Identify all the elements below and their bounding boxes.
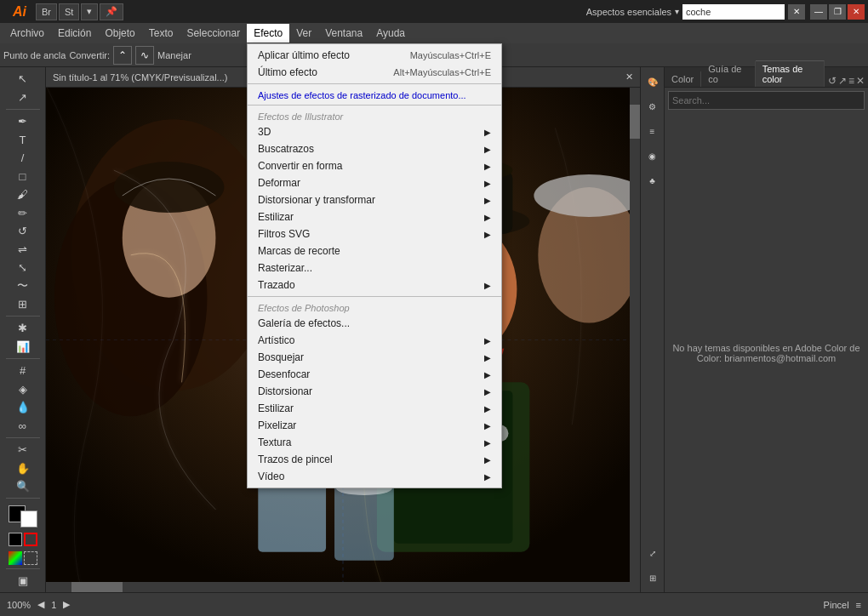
pencil-tool[interactable]: ✏ <box>12 204 34 221</box>
direct-selection-tool[interactable]: ↗ <box>12 89 34 106</box>
gradient-color-button[interactable] <box>9 551 22 565</box>
shape-tool[interactable]: □ <box>12 168 34 185</box>
scissors-tool[interactable]: ✂ <box>12 442 34 459</box>
menu-objeto[interactable]: Objeto <box>98 24 141 43</box>
menu-item-textura[interactable]: Textura ▶ <box>248 434 501 451</box>
anchor-tool-1[interactable]: ⌃ <box>113 46 132 65</box>
menu-item-distorsionar[interactable]: Distorsionar ▶ <box>248 383 501 400</box>
menu-item-convertir-forma[interactable]: Convertir en forma ▶ <box>248 157 501 174</box>
menu-item-deformar[interactable]: Deformar ▶ <box>248 174 501 191</box>
item-pixelizar-label: Pixelizar <box>258 419 296 431</box>
minimize-button[interactable]: — <box>810 4 827 20</box>
background-color[interactable] <box>20 510 37 528</box>
dropdown-tab[interactable]: ▾ <box>81 3 98 20</box>
menu-item-trazos-pincel[interactable]: Trazos de pincel ▶ <box>248 451 501 468</box>
menu-item-raster-settings[interactable]: Ajustes de efectos de rasterizado de doc… <box>248 87 501 102</box>
v-scrollbar-thumb[interactable] <box>630 105 640 139</box>
panel-share-icon[interactable]: ↗ <box>838 75 847 87</box>
change-screen-mode[interactable]: ▣ <box>12 572 34 589</box>
pin-tab[interactable]: 📌 <box>100 3 123 20</box>
svg-point-4 <box>114 162 225 213</box>
menu-item-desenfocar[interactable]: Desenfocar ▶ <box>248 366 501 383</box>
menu-item-apply-last[interactable]: Aplicar último efecto Mayúsculas+Ctrl+E <box>248 47 501 64</box>
gradient-tool[interactable]: ◈ <box>12 381 34 398</box>
mesh-tool[interactable]: # <box>12 362 34 379</box>
warp-tool[interactable]: 〜 <box>12 277 34 294</box>
line-tool[interactable]: / <box>12 150 34 167</box>
menu-ver[interactable]: Ver <box>289 24 318 43</box>
menu-item-estilizar2[interactable]: Estilizar ▶ <box>248 400 501 417</box>
panel-close-icon[interactable]: ✕ <box>856 75 865 87</box>
pen-tool[interactable]: ✒ <box>12 113 34 130</box>
tab-color[interactable]: Color <box>665 71 701 87</box>
tab-guide[interactable]: Guía de co <box>701 61 755 87</box>
menu-item-trazado[interactable]: Trazado ▶ <box>248 277 501 294</box>
paintbrush-tool[interactable]: 🖌 <box>12 186 34 203</box>
menu-item-video[interactable]: Vídeo ▶ <box>248 468 501 485</box>
column-graph-tool[interactable]: 📊 <box>12 339 34 356</box>
symbol-sprayer-tool[interactable]: ✱ <box>12 320 34 337</box>
fill-color-button[interactable] <box>9 533 22 546</box>
menu-item-distorsionar-transformar[interactable]: Distorsionar y transformar ▶ <box>248 191 501 208</box>
menu-item-buscatrazos[interactable]: Buscatrazos ▶ <box>248 140 501 157</box>
menu-efecto[interactable]: Efecto <box>247 24 289 43</box>
type-tool[interactable]: T <box>12 131 34 148</box>
vertical-scrollbar[interactable] <box>630 88 640 592</box>
menu-item-filtros-svg[interactable]: Filtros SVG ▶ <box>248 225 501 242</box>
right-icon-3[interactable]: ≡ <box>642 120 664 142</box>
menu-item-estilizar[interactable]: Estilizar ▶ <box>248 208 501 225</box>
right-icon-1[interactable]: 🎨 <box>642 71 664 93</box>
close-button[interactable]: ✕ <box>848 4 865 20</box>
menu-item-bosquejar[interactable]: Bosquejar ▶ <box>248 349 501 366</box>
right-icon-2[interactable]: ⚙ <box>642 95 664 117</box>
menu-seleccionar[interactable]: Seleccionar <box>180 24 247 43</box>
anchor-tool-2[interactable]: ∿ <box>135 46 154 65</box>
right-panel-search <box>668 91 865 110</box>
menu-item-3d[interactable]: 3D ▶ <box>248 123 501 140</box>
eyedropper-tool[interactable]: 💧 <box>12 399 34 416</box>
color-theme-search-input[interactable] <box>672 95 860 106</box>
right-icon-expand[interactable]: ⤢ <box>642 542 664 564</box>
menu-archivo[interactable]: Archivo <box>3 24 51 43</box>
search-input[interactable] <box>682 4 785 20</box>
item-distorsionar-label: Distorsionar y transformar <box>258 194 375 206</box>
menu-item-marcas-recorte[interactable]: Marcas de recorte <box>248 242 501 260</box>
stock-tab[interactable]: St <box>59 3 79 20</box>
color-selector[interactable] <box>9 505 37 528</box>
scale-tool[interactable]: ⤡ <box>12 260 34 277</box>
h-scrollbar-thumb[interactable] <box>71 582 123 592</box>
menu-item-artistico[interactable]: Artístico ▶ <box>248 332 501 349</box>
menu-ayuda[interactable]: Ayuda <box>369 24 412 43</box>
free-transform-tool[interactable]: ⊞ <box>12 296 34 313</box>
workspace-selector[interactable]: Aspectos esenciales <box>586 7 671 17</box>
menu-edicion[interactable]: Edición <box>51 24 98 43</box>
tab-color-themes[interactable]: Temas de color <box>756 60 825 87</box>
restore-button[interactable]: ❐ <box>829 4 846 20</box>
blend-tool[interactable]: ∞ <box>12 418 34 435</box>
canvas-close-button[interactable]: ✕ <box>625 71 633 83</box>
hand-tool[interactable]: ✋ <box>12 459 34 476</box>
bridge-tab[interactable]: Br <box>36 3 57 20</box>
reflect-tool[interactable]: ⇌ <box>12 241 34 258</box>
selection-tool[interactable]: ↖ <box>12 71 34 88</box>
menu-texto[interactable]: Texto <box>142 24 180 43</box>
zoom-tool[interactable]: 🔍 <box>12 478 34 495</box>
none-color-button[interactable] <box>24 551 37 565</box>
right-icon-5[interactable]: ♣ <box>642 169 664 191</box>
search-clear-button[interactable]: ✕ <box>788 4 805 20</box>
workspace-dropdown-icon[interactable]: ▾ <box>675 7 679 16</box>
menu-ventana[interactable]: Ventana <box>318 24 369 43</box>
rotate-tool[interactable]: ↺ <box>12 223 34 240</box>
menu-item-rasterizar[interactable]: Rasterizar... <box>248 260 501 277</box>
panel-menu-icon[interactable]: ≡ <box>848 75 854 87</box>
menu-item-galeria[interactable]: Galería de efectos... <box>248 315 501 332</box>
menu-item-pixelizar[interactable]: Pixelizar ▶ <box>248 417 501 434</box>
panel-refresh-icon[interactable]: ↺ <box>828 75 837 87</box>
nav-prev[interactable]: ◀ <box>37 599 44 610</box>
stroke-color-button[interactable] <box>24 533 37 546</box>
right-icon-4[interactable]: ◉ <box>642 145 664 167</box>
nav-next[interactable]: ▶ <box>63 599 70 610</box>
horizontal-scrollbar[interactable] <box>46 582 640 592</box>
right-icon-layers[interactable]: ⊞ <box>642 567 664 589</box>
menu-item-last-effect[interactable]: Último efecto Alt+Mayúsculas+Ctrl+E <box>248 64 501 81</box>
